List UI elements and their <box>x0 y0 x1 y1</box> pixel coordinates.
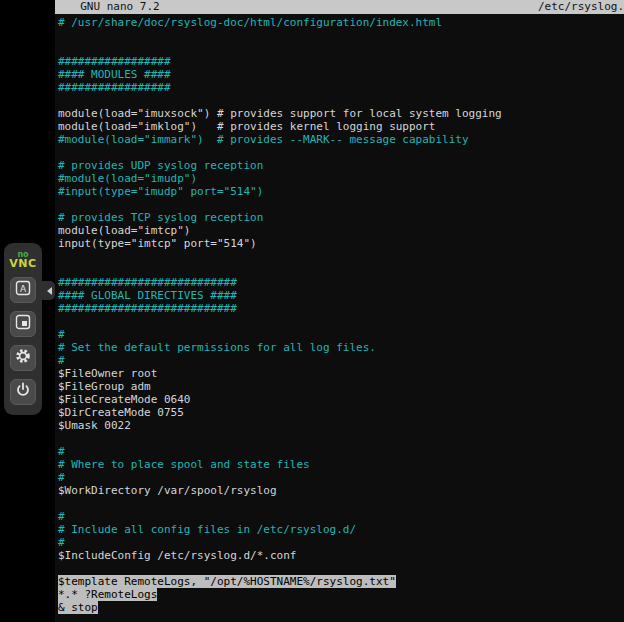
nano-version: GNU nano 7.2 <box>67 0 160 14</box>
editor-line: module(load="imuxsock") # provides suppo… <box>58 107 624 120</box>
editor-line: $template RemoteLogs, "/opt/%HOSTNAME%/r… <box>58 575 624 588</box>
fullscreen-button[interactable] <box>10 311 36 337</box>
panel-collapse-handle[interactable] <box>42 281 55 300</box>
editor-line: *.* ?RemoteLogs <box>58 588 624 601</box>
editor-line: ################# <box>58 81 624 94</box>
terminal-window[interactable]: GNU nano 7.2 /etc/rsyslog. # /usr/share/… <box>55 0 624 622</box>
editor-line <box>58 198 624 211</box>
editor-line: # provides TCP syslog reception <box>58 211 624 224</box>
editor-line: $IncludeConfig /etc/rsyslog.d/*.conf <box>58 549 624 562</box>
editor-line <box>58 263 624 276</box>
editor-line: $FileCreateMode 0640 <box>58 393 624 406</box>
editor-line: module(load="imtcp") <box>58 224 624 237</box>
editor-line: $FileGroup adm <box>58 380 624 393</box>
editor-line: & stop <box>58 601 624 614</box>
editor-line <box>58 497 624 510</box>
editor-line: ########################### <box>58 276 624 289</box>
fullscreen-icon <box>15 314 31 334</box>
editor-line: # <box>58 354 624 367</box>
editor-line: # <box>58 536 624 549</box>
editor-area[interactable]: # /usr/share/doc/rsyslog-doc/html/config… <box>55 14 624 614</box>
editor-line: $WorkDirectory /var/spool/rsyslog <box>58 484 624 497</box>
editor-line: # Set the default permissions for all lo… <box>58 341 624 354</box>
editor-line: $FileOwner root <box>58 367 624 380</box>
svg-text:A: A <box>20 284 27 294</box>
editor-line: ################# <box>58 55 624 68</box>
editor-line: #module(load="imudp") <box>58 172 624 185</box>
editor-line: module(load="imklog") # provides kernel … <box>58 120 624 133</box>
selected-text: *.* ?RemoteLogs <box>58 588 157 601</box>
editor-line <box>58 29 624 42</box>
settings-button[interactable] <box>10 345 36 371</box>
gear-icon <box>15 348 31 368</box>
editor-line <box>58 146 624 159</box>
nano-titlebar: GNU nano 7.2 /etc/rsyslog. <box>55 0 624 14</box>
vnc-control-panel: no VNC A <box>4 243 42 415</box>
editor-line <box>58 250 624 263</box>
editor-line: $DirCreateMode 0755 <box>58 406 624 419</box>
editor-line: # /usr/share/doc/rsyslog-doc/html/config… <box>58 16 624 29</box>
editor-line: # provides UDP syslog reception <box>58 159 624 172</box>
editor-line: #module(load="immark") # provides --MARK… <box>58 133 624 146</box>
selected-text: $template RemoteLogs, "/opt/%HOSTNAME%/r… <box>58 575 396 588</box>
editor-line: # <box>58 328 624 341</box>
editor-line: input(type="imtcp" port="514") <box>58 237 624 250</box>
editor-line: # <box>58 510 624 523</box>
nano-filename: /etc/rsyslog. <box>538 0 624 14</box>
editor-line <box>58 94 624 107</box>
editor-line: #### MODULES #### <box>58 68 624 81</box>
editor-line: $Umask 0022 <box>58 419 624 432</box>
selected-text: & stop <box>58 601 98 614</box>
clipboard-button[interactable]: A <box>10 277 36 303</box>
editor-line: # <box>58 471 624 484</box>
editor-line: #input(type="imudp" port="514") <box>58 185 624 198</box>
editor-line <box>58 432 624 445</box>
chevron-left-icon <box>43 287 52 295</box>
editor-line: #### GLOBAL DIRECTIVES #### <box>58 289 624 302</box>
editor-line <box>58 315 624 328</box>
novnc-logo: no VNC <box>9 250 36 268</box>
editor-line <box>58 562 624 575</box>
power-icon <box>15 382 31 402</box>
editor-line <box>58 42 624 55</box>
editor-line: # <box>58 445 624 458</box>
editor-line: # Where to place spool and state files <box>58 458 624 471</box>
editor-line: # Include all config files in /etc/rsysl… <box>58 523 624 536</box>
editor-line: ########################### <box>58 302 624 315</box>
clipboard-icon: A <box>15 280 31 300</box>
disconnect-button[interactable] <box>10 379 36 405</box>
novnc-logo-bottom: VNC <box>9 259 36 268</box>
